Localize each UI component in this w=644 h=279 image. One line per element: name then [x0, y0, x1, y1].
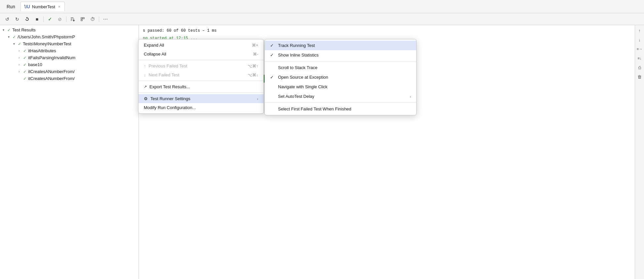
tab-icon: ꞾU: [24, 4, 30, 9]
pass-icon: ✓: [23, 56, 26, 60]
sort-button[interactable]: [68, 15, 77, 23]
tree-item-creates-1[interactable]: › ✓ itCreatesANumberFrom/: [0, 68, 139, 75]
tree-item-creates-2[interactable]: › ✓ itCreatesANumberFrom/: [0, 75, 139, 82]
stop-button[interactable]: ■: [32, 15, 42, 23]
more-button[interactable]: ⋯: [101, 15, 110, 23]
checkmark-icon: ✓: [270, 53, 275, 58]
collapse-button[interactable]: [78, 15, 87, 23]
tree-item-number-test[interactable]: ▾ ✓ Tests\Money\NumberTest: [0, 40, 139, 47]
submenu-item-scroll-stack[interactable]: Scroll to Stack Trace: [265, 63, 416, 72]
tab-number-test-label: NumberTest: [32, 4, 55, 9]
chevron-right-icon: ›: [19, 49, 23, 53]
submenu-item-show-inline[interactable]: ✓ Show Inline Statistics: [265, 50, 416, 60]
output-status: s passed: 60 of 60 tests – 1 ms: [143, 28, 631, 34]
submenu-item-label: Select First Failed Test When Finished: [278, 106, 351, 111]
chevron-down-icon: ▾: [3, 28, 7, 32]
chevron-right-icon: ›: [257, 97, 258, 101]
submenu-item-track-running[interactable]: ✓ Track Running Test: [265, 41, 416, 50]
menu-item-export[interactable]: ↗ Export Test Results...: [139, 82, 263, 91]
chevron-down-icon: ▾: [8, 35, 13, 39]
toolbar-separator-1: [43, 16, 44, 22]
tree-item-label: itHasAttributes: [28, 48, 56, 53]
menu-item-label: Next Failed Test: [149, 72, 180, 77]
submenu-item-label: Show Inline Statistics: [278, 53, 319, 58]
delete-button[interactable]: 🗑: [636, 73, 644, 81]
tab-run[interactable]: Run: [3, 1, 19, 12]
tree-item-label: itFailsParsingInvalidNum: [28, 55, 75, 60]
submenu-item-select-first-failed[interactable]: Select First Failed Test When Finished: [265, 104, 416, 114]
rerun-button[interactable]: ↺: [3, 15, 12, 23]
left-panel: ▾ ✓ Test Results ▾ ✓ /Users/John.Smith/P…: [0, 25, 139, 279]
scroll-down-button[interactable]: ↓: [636, 36, 644, 44]
tree-item-path[interactable]: ▾ ✓ /Users/John.Smith/PhpstormP: [0, 33, 139, 40]
toolbar-separator-3: [99, 16, 99, 22]
checkmark-icon: ✓: [270, 75, 275, 80]
submenu-item-autotest-delay[interactable]: Set AutoTest Delay ›: [265, 92, 416, 101]
toolbar-separator-2: [66, 16, 66, 22]
submenu-separator: [265, 102, 416, 103]
tree-root-label: Test Results: [12, 27, 36, 32]
tree-root[interactable]: ▾ ✓ Test Results: [0, 26, 139, 33]
submenu-item-label: Scroll to Stack Trace: [278, 65, 317, 70]
tree-item-base10[interactable]: › ✓ base10: [0, 61, 139, 68]
tree-item-fails-parsing[interactable]: › ✓ itFailsParsingInvalidNum: [0, 54, 139, 61]
pass-icon: ✓: [23, 76, 26, 81]
chevron-down-icon: ▾: [13, 42, 18, 46]
ignore-filter-button[interactable]: ⊘: [55, 15, 64, 23]
submenu-item-label: Open Source at Exception: [278, 75, 328, 80]
pass-icon: ✓: [18, 42, 21, 46]
menu-shortcut: ⌘-: [253, 52, 258, 57]
print-page-button[interactable]: ⎙: [636, 63, 644, 71]
menu-item-modify-run[interactable]: Modify Run Configuration...: [139, 103, 263, 112]
scroll-up-button[interactable]: ↑: [636, 26, 644, 34]
history-button[interactable]: ⏱: [88, 15, 97, 23]
menu-separator: [139, 93, 263, 93]
menu-item-next-failed: ↓ Next Failed Test ⌥⌘↓: [139, 70, 263, 79]
chevron-right-icon: ›: [19, 63, 23, 66]
tree-item-label: base10: [28, 62, 42, 67]
side-icons-panel: ↑ ↓ ≡→ ≡↓ ⎙ 🗑: [635, 25, 644, 279]
chevron-right-icon: ›: [410, 95, 411, 99]
menu-item-expand-all[interactable]: Expand All ⌘+: [139, 41, 263, 50]
pass-icon: ✓: [13, 35, 16, 39]
tree-item-label: itCreatesANumberFrom/: [28, 69, 75, 74]
menu-shortcut: ⌘+: [252, 43, 258, 48]
submenu-separator: [265, 61, 416, 61]
print-button[interactable]: ≡↓: [636, 54, 644, 62]
menu-separator: [139, 81, 263, 81]
soft-wrap-button[interactable]: ≡→: [636, 45, 644, 53]
menu-shortcut: ⌥⌘↓: [248, 73, 258, 77]
export-icon: ↗: [144, 85, 147, 89]
submenu-test-runner: ✓ Track Running Test ✓ Show Inline Stati…: [264, 39, 417, 115]
context-menu: Expand All ⌘+ Collapse All ⌘- ↑ Previous…: [138, 39, 264, 114]
tree-item-label: Tests\Money\NumberTest: [23, 41, 71, 46]
menu-item-label: Modify Run Configuration...: [144, 105, 196, 110]
menu-item-label: Test Runner Settings: [150, 96, 190, 101]
menu-item-label: Previous Failed Test: [149, 63, 187, 68]
gear-icon: ⚙: [144, 96, 148, 101]
tree-item-has-attributes[interactable]: › ✓ itHasAttributes: [0, 47, 139, 54]
chevron-right-icon: ›: [19, 70, 23, 73]
submenu-item-label: Set AutoTest Delay: [278, 94, 314, 99]
menu-item-label: Collapse All: [144, 52, 166, 57]
submenu-item-navigate-click[interactable]: Navigate with Single Click: [265, 82, 416, 92]
tree-item-label: itCreatesANumberFrom/: [28, 76, 75, 81]
rerun-failed-button[interactable]: ↻: [13, 15, 22, 23]
tab-number-test[interactable]: ꞾU NumberTest ×: [20, 2, 65, 11]
pass-filter-button[interactable]: ✓: [45, 15, 55, 23]
pass-icon: ✓: [23, 49, 26, 53]
checkmark-icon: ✓: [270, 43, 275, 48]
rerun-all-button[interactable]: [22, 15, 32, 23]
pass-icon: ✓: [7, 28, 11, 32]
arrow-up-icon: ↑: [144, 63, 146, 68]
pass-icon: ✓: [23, 69, 26, 74]
tree-item-label: /Users/John.Smith/PhpstormP: [18, 34, 75, 39]
menu-item-collapse-all[interactable]: Collapse All ⌘-: [139, 50, 263, 59]
toolbar: ↺ ↻ ■ ✓ ⊘ ⏱ ⋯: [0, 13, 644, 25]
tab-close-button[interactable]: ×: [57, 4, 61, 9]
menu-item-label: Export Test Results...: [149, 84, 190, 89]
submenu-item-open-source[interactable]: ✓ Open Source at Exception: [265, 72, 416, 82]
tab-bar: Run ꞾU NumberTest ×: [0, 0, 644, 13]
menu-item-test-runner-settings[interactable]: ⚙ Test Runner Settings ›: [139, 94, 263, 103]
menu-shortcut: ⌥⌘↑: [248, 64, 258, 68]
